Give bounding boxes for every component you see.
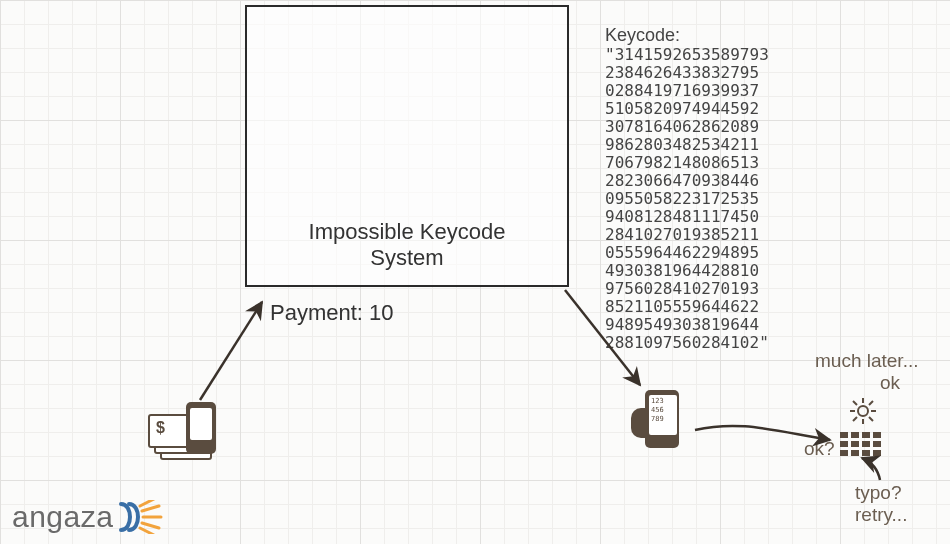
svg-line-5 — [140, 528, 154, 534]
arrow-payment-to-system — [200, 302, 262, 400]
arrows-layer — [0, 0, 950, 544]
diagram-stage: Impossible Keycode System Payment: 10 Ke… — [0, 0, 950, 544]
svg-line-3 — [142, 523, 159, 528]
logo-text: angaza — [12, 500, 113, 534]
svg-line-4 — [140, 500, 154, 506]
arrow-retry-loop — [862, 458, 880, 480]
angaza-logo: angaza — [12, 500, 163, 534]
arrow-receiver-to-result — [695, 426, 830, 440]
svg-line-2 — [142, 506, 159, 511]
arrow-system-to-receiver — [565, 290, 640, 385]
logo-mark-icon — [117, 500, 163, 534]
